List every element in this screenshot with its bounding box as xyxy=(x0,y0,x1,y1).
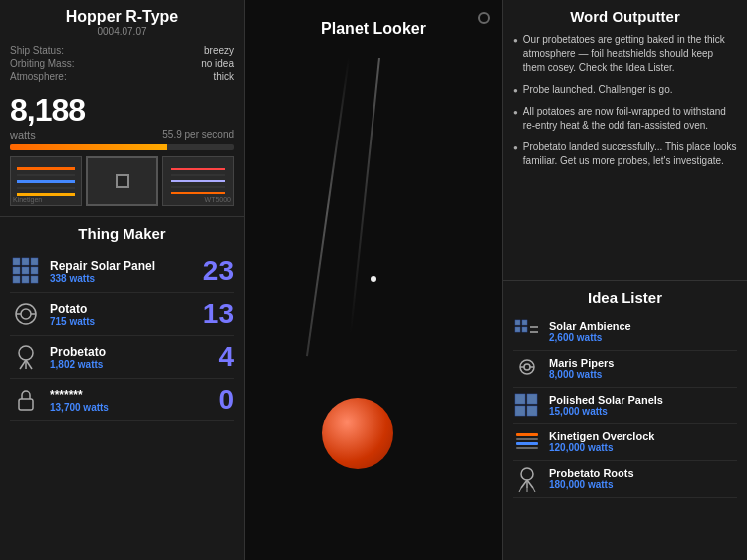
maris-pipers-watts: 8,000 watts xyxy=(549,369,614,380)
svg-rect-33 xyxy=(516,438,538,440)
svg-line-39 xyxy=(527,480,533,488)
thing-item-solar-panel[interactable]: Repair Solar Panel 338 watts 23 xyxy=(10,250,234,293)
rocket-trail xyxy=(350,58,380,333)
kinetigen-label: Kinetigen xyxy=(13,196,42,203)
idea-item-kinetigen-overclock[interactable]: Kinetigen Overclock 120,000 watts xyxy=(513,424,737,461)
watts-number: 8,188 xyxy=(10,92,234,129)
kinetigen-overclock-info: Kinetigen Overclock 120,000 watts xyxy=(549,430,654,453)
hopper-section: Hopper R-Type 0004.07.07 Ship Status: br… xyxy=(0,0,244,217)
solar-panel-count: 23 xyxy=(203,255,234,287)
log-bullet-1: ● xyxy=(513,86,518,95)
thing-maker-title: Thing Maker xyxy=(10,225,234,242)
svg-rect-28 xyxy=(515,394,525,404)
svg-rect-6 xyxy=(13,276,20,283)
probetato-count: 4 xyxy=(204,341,234,373)
svg-line-14 xyxy=(20,360,26,369)
device-row: Kinetigen WT5000 xyxy=(10,156,234,206)
svg-line-16 xyxy=(26,360,32,369)
thing-item-locked[interactable]: ******* 13,700 watts 0 xyxy=(10,379,234,421)
log-bullet-2: ● xyxy=(513,108,518,117)
probetato-info: Probetato 1,802 watts xyxy=(50,345,204,370)
wt5000-label: WT5000 xyxy=(205,196,231,203)
solar-panel-name: Repair Solar Panel xyxy=(50,259,203,273)
log-text-2: All potatoes are now foil-wrapped to wit… xyxy=(523,105,737,133)
thing-item-probetato[interactable]: Probetato 1,802 watts 4 xyxy=(10,336,234,379)
solar-ambience-icon xyxy=(513,318,541,346)
center-device-icon xyxy=(116,174,129,188)
atmosphere-row: Atmosphere: thick xyxy=(10,71,234,82)
solar-panel-watts: 338 watts xyxy=(50,273,203,284)
log-bullet-0: ● xyxy=(513,36,518,45)
log-entry-2: ● All potatoes are now foil-wrapped to w… xyxy=(513,105,737,133)
svg-rect-2 xyxy=(31,258,38,265)
hopper-title: Hopper R-Type xyxy=(10,8,234,26)
energy-bar xyxy=(10,144,234,150)
svg-rect-18 xyxy=(515,320,520,325)
svg-rect-3 xyxy=(13,267,20,274)
kinetigen-overclock-icon xyxy=(513,428,541,456)
svg-rect-32 xyxy=(516,433,538,436)
polished-solar-icon xyxy=(513,392,541,420)
idea-item-solar-ambience[interactable]: Solar Ambience 2,600 watts xyxy=(513,314,737,351)
potato-count: 13 xyxy=(203,298,234,330)
solar-panel-icon xyxy=(10,255,42,287)
svg-rect-21 xyxy=(522,327,527,332)
polished-solar-watts: 15,000 watts xyxy=(549,406,663,417)
svg-rect-19 xyxy=(522,320,527,325)
svg-line-40 xyxy=(519,488,521,492)
orbiting-mass-label: Orbiting Mass: xyxy=(10,58,74,69)
ship-status-value: breezy xyxy=(204,45,234,56)
probetato-watts: 1,802 watts xyxy=(50,359,204,370)
solar-ambience-info: Solar Ambience 2,600 watts xyxy=(549,320,631,343)
center-device xyxy=(86,156,159,206)
log-entry-0: ● Our probetatoes are getting baked in t… xyxy=(513,33,737,75)
svg-rect-1 xyxy=(22,258,29,265)
potato-watts: 715 watts xyxy=(50,316,203,327)
polished-solar-info: Polished Solar Panels 15,000 watts xyxy=(549,394,663,417)
svg-point-13 xyxy=(19,346,33,360)
ship-status-row: Ship Status: breezy xyxy=(10,45,234,56)
probetato-name: Probetato xyxy=(50,345,204,359)
word-outputter-title: Word Outputter xyxy=(513,8,737,25)
planet-looker-title: Planet Looker xyxy=(245,10,502,48)
orbiting-mass-row: Orbiting Mass: no idea xyxy=(10,58,234,69)
probetato-roots-name: Probetato Roots xyxy=(549,467,634,479)
svg-rect-35 xyxy=(516,447,538,449)
thing-item-potato[interactable]: Potato 715 watts 13 xyxy=(10,293,234,336)
locked-info: ******* 13,700 watts xyxy=(50,388,204,413)
word-outputter-section: Word Outputter ● Our probetatoes are get… xyxy=(503,0,747,281)
wt5000-device: WT5000 xyxy=(162,156,234,206)
svg-point-10 xyxy=(21,309,31,319)
log-text-1: Probe launched. Challenger is go. xyxy=(523,83,673,97)
kinetigen-overclock-name: Kinetigen Overclock xyxy=(549,430,654,442)
potato-info: Potato 715 watts xyxy=(50,302,203,327)
solar-panel-info: Repair Solar Panel 338 watts xyxy=(50,259,203,284)
idea-item-polished-solar[interactable]: Polished Solar Panels 15,000 watts xyxy=(513,388,737,424)
watts-rate: 55.9 per second xyxy=(162,129,234,140)
svg-rect-20 xyxy=(515,327,520,332)
maris-pipers-icon xyxy=(513,355,541,383)
svg-rect-0 xyxy=(13,258,20,265)
energy-fill xyxy=(10,144,167,150)
idea-item-maris-pipers[interactable]: Maris Pipers 8,000 watts xyxy=(513,351,737,388)
probetato-roots-watts: 180,000 watts xyxy=(549,479,634,490)
svg-line-42 xyxy=(533,488,535,492)
center-panel: Planet Looker xyxy=(245,0,502,560)
svg-rect-5 xyxy=(31,267,38,274)
right-panel: Word Outputter ● Our probetatoes are get… xyxy=(502,0,747,560)
solar-ambience-name: Solar Ambience xyxy=(549,320,631,332)
kinetigen-device: Kinetigen xyxy=(10,156,82,206)
svg-line-37 xyxy=(521,480,527,488)
planet-looker-icon xyxy=(478,12,490,24)
polished-solar-name: Polished Solar Panels xyxy=(549,394,663,406)
locked-icon xyxy=(10,384,42,416)
probe-dot xyxy=(371,276,376,282)
atmosphere-label: Atmosphere: xyxy=(10,71,67,82)
idea-item-probetato-roots[interactable]: Probetato Roots 180,000 watts xyxy=(513,461,737,498)
log-text-0: Our probetatoes are getting baked in the… xyxy=(523,33,737,75)
watts-display: 8,188 watts 55.9 per second xyxy=(10,92,234,140)
probetato-roots-info: Probetato Roots 180,000 watts xyxy=(549,467,634,490)
svg-rect-4 xyxy=(22,267,29,274)
thing-maker-section: Thing Maker xyxy=(0,217,244,560)
svg-rect-30 xyxy=(527,394,537,404)
